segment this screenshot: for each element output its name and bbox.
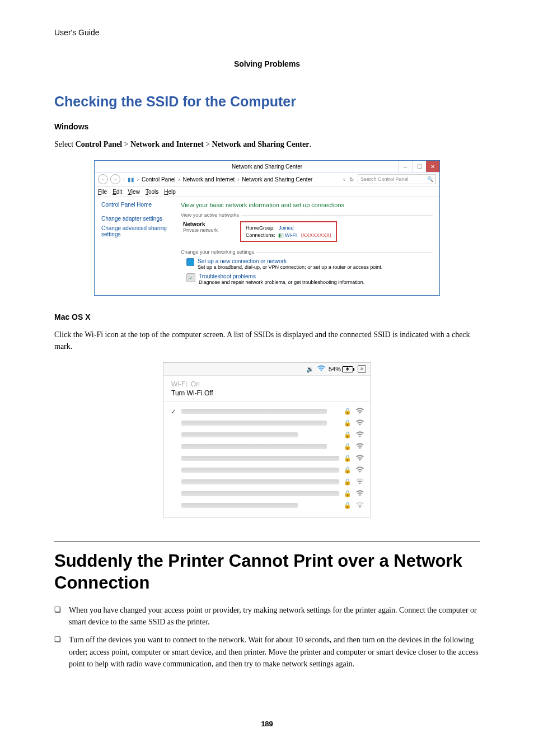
breadcrumb[interactable]: ▮▮ › Control Panel › Network and Interne… xyxy=(128,176,341,183)
lock-icon: 🔒 xyxy=(344,455,352,462)
new-connection-desc: Set up a broadband, dial-up, or VPN conn… xyxy=(198,264,382,270)
windows-instruction: Select Control Panel > Network and Inter… xyxy=(54,139,480,150)
list-item[interactable]: 🔒 xyxy=(170,476,364,488)
list-item[interactable]: 🔒 xyxy=(170,488,364,500)
volume-icon[interactable]: 🔉 xyxy=(306,366,314,373)
page-number: 189 xyxy=(0,720,534,728)
menu-view[interactable]: View xyxy=(128,189,140,195)
window-title: Network and Sharing Center xyxy=(232,164,302,170)
heading-cannot-print: Suddenly the Printer Cannot Print over a… xyxy=(54,541,480,594)
wifi-menubar-icon[interactable] xyxy=(317,365,325,373)
window-menubar[interactable]: File Edit View Tools Help xyxy=(95,186,439,197)
wifi-strength-icon xyxy=(356,502,364,510)
nav-up-icon[interactable]: ↑ xyxy=(123,176,125,183)
menu-tools[interactable]: Tools xyxy=(146,189,158,195)
header-guide: User's Guide xyxy=(54,28,480,37)
macosx-label: Mac OS X xyxy=(54,312,480,321)
lock-icon: 🔒 xyxy=(344,408,352,415)
search-input[interactable]: Search Control Panel 🔍 xyxy=(358,174,436,184)
wifi-strength-icon xyxy=(356,455,364,463)
lock-icon: 🔒 xyxy=(344,502,352,509)
nav-back-icon[interactable]: ← xyxy=(98,174,108,184)
window-close-button[interactable]: ✕ xyxy=(426,161,439,172)
list-item: When you have changed your access point … xyxy=(54,604,480,628)
window-minimize-button[interactable]: – xyxy=(398,161,412,172)
ssid-value: (XXXXXXXX) xyxy=(301,232,331,238)
windows-label: Windows xyxy=(54,122,480,131)
fieldset-active-networks: View your active networks xyxy=(181,212,241,218)
wifi-strength-icon xyxy=(356,478,364,486)
menu-edit[interactable]: Edit xyxy=(113,189,122,195)
macosx-instruction: Click the Wi-Fi icon at the top of the c… xyxy=(54,329,480,352)
menu-file[interactable]: File xyxy=(98,189,107,195)
list-item: Turn off the devices you want to connect… xyxy=(54,634,480,670)
window-maximize-button[interactable]: ☐ xyxy=(412,161,426,172)
wifi-status: Wi-Fi: On xyxy=(171,380,363,388)
wifi-strength-icon xyxy=(356,466,364,474)
list-item[interactable]: 🔒 xyxy=(170,429,364,441)
wifi-strength-icon xyxy=(356,490,364,498)
wifi-strength-icon xyxy=(356,419,364,427)
troubleshoot-link[interactable]: Troubleshoot problems xyxy=(199,273,364,279)
wifi-strength-icon xyxy=(356,408,364,416)
svg-rect-1 xyxy=(353,368,354,371)
search-icon: 🔍 xyxy=(427,176,433,182)
lock-icon: 🔒 xyxy=(344,490,352,497)
list-item[interactable]: ✓ 🔒 xyxy=(170,405,364,417)
content-title: View your basic network information and … xyxy=(181,202,433,208)
list-item[interactable]: 🔒 xyxy=(170,452,364,464)
wifi-ssid-list: ✓ 🔒 🔒 🔒 🔒 xyxy=(163,402,371,517)
lock-icon: 🔒 xyxy=(344,478,352,486)
network-name: Network xyxy=(183,221,218,227)
lock-icon: 🔒 xyxy=(344,431,352,438)
wifi-signal-icon: ▮▯ xyxy=(278,232,284,238)
input-source-icon[interactable]: A xyxy=(358,365,366,373)
lock-icon: 🔒 xyxy=(344,419,352,427)
troubleshoot-icon: ✓ xyxy=(186,273,195,282)
wifi-strength-icon xyxy=(356,431,364,439)
list-item[interactable]: 🔒 xyxy=(170,441,364,452)
mac-menubar: 🔉 54% A xyxy=(163,363,371,376)
lock-icon: 🔒 xyxy=(344,466,352,474)
heading-checking-ssid: Checking the SSID for the Computer xyxy=(54,94,480,110)
lock-icon: 🔒 xyxy=(344,443,352,450)
new-connection-icon: 🌐 xyxy=(186,258,194,266)
refresh-icon[interactable]: ↻ xyxy=(348,176,355,183)
change-sharing-link[interactable]: Change advanced sharing settings xyxy=(101,225,173,237)
header-section-title: Solving Problems xyxy=(54,59,480,68)
list-item[interactable]: 🔒 xyxy=(170,464,364,476)
windows-screenshot: Network and Sharing Center – ☐ ✕ ← → ↑ ▮… xyxy=(94,160,440,296)
window-sidebar: Control Panel Home Change adapter settin… xyxy=(95,197,177,295)
new-connection-link[interactable]: Set up a new connection or network xyxy=(198,258,382,264)
wifi-strength-icon xyxy=(356,443,364,451)
fieldset-change-settings: Change your networking settings xyxy=(181,249,256,255)
window-titlebar: Network and Sharing Center – ☐ ✕ xyxy=(95,161,439,172)
checkmark-icon: ✓ xyxy=(170,408,177,416)
wifi-toggle-button[interactable]: Turn Wi-Fi Off xyxy=(171,389,363,397)
nav-forward-icon[interactable]: → xyxy=(110,174,120,184)
window-content: View your basic network information and … xyxy=(177,197,439,295)
homegroup-link[interactable]: Joined xyxy=(279,225,294,231)
control-panel-home-link[interactable]: Control Panel Home xyxy=(101,202,173,208)
list-item[interactable]: 🔒 xyxy=(170,417,364,429)
wifi-connection-link[interactable]: Wi-Fi xyxy=(285,232,297,238)
troubleshoot-bullet-list: When you have changed your access point … xyxy=(54,604,480,670)
troubleshoot-desc: Diagnose and repair network problems, or… xyxy=(199,279,364,285)
network-type: Private network xyxy=(183,227,218,233)
connection-info-highlight: HomeGroup: Joined Connections: ▮▯ Wi-Fi … xyxy=(240,221,337,242)
list-item[interactable]: 🔒 xyxy=(170,500,364,511)
mac-screenshot: 🔉 54% A Wi-Fi: On Turn Wi-Fi Off ✓ 🔒 xyxy=(163,362,371,517)
menu-help[interactable]: Help xyxy=(164,189,176,195)
battery-indicator[interactable]: 54% xyxy=(329,366,354,372)
change-adapter-link[interactable]: Change adapter settings xyxy=(101,216,173,222)
